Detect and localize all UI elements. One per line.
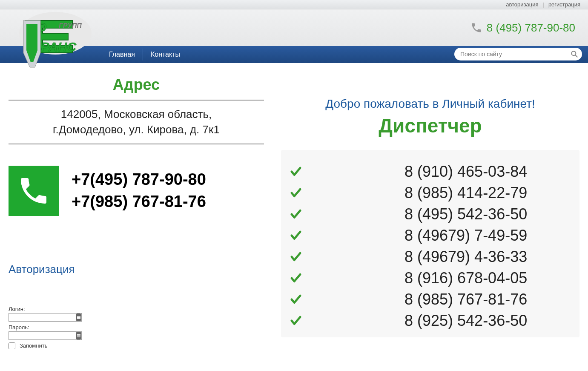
svg-text:ГРУПП: ГРУПП (59, 22, 82, 29)
check-icon (290, 249, 302, 265)
password-row: Пароль: (9, 324, 264, 340)
dispatcher-phone[interactable]: 8 (925) 542-36-50 (404, 312, 527, 330)
address-box: 142005, Московская область, г.Домодедово… (9, 100, 264, 144)
remember-label: Запомнить (20, 342, 47, 349)
check-icon (290, 292, 302, 307)
search-box (454, 48, 582, 60)
check-icon (290, 207, 302, 222)
svg-line-5 (576, 55, 577, 57)
login-input-wrap (9, 313, 82, 322)
nav-contacts[interactable]: Контакты (143, 49, 188, 60)
phone-block: +7(495) 787-90-80 +7(985) 767-81-76 (9, 166, 264, 216)
dispatcher-phone[interactable]: 8 (916) 678-04-05 (404, 269, 527, 287)
input-suggest-icon[interactable] (76, 332, 81, 339)
logo[interactable]: КО ГРУПП РАНС (9, 8, 94, 78)
dispatcher-phone[interactable]: 8 (495) 542-36-50 (404, 205, 527, 223)
address-line-1: 142005, Московская область, (13, 106, 260, 122)
svg-text:РАНС: РАНС (41, 40, 77, 54)
login-link[interactable]: авторизация (506, 1, 538, 8)
welcome-text: Добро пожаловать в Личный кабинет! (281, 97, 579, 111)
separator: | (542, 1, 544, 8)
dispatcher-phone[interactable]: 8 (49679) 7-49-59 (404, 227, 527, 244)
check-icon (290, 270, 302, 286)
svg-rect-9 (77, 334, 80, 335)
login-label: Логин: (9, 306, 264, 312)
remember-row: Запомнить (9, 342, 264, 349)
dispatcher-row: 8 (916) 678-04-05 (290, 269, 562, 287)
dispatcher-row: 8 (985) 767-81-76 (290, 290, 562, 308)
search-icon[interactable] (570, 50, 579, 58)
remember-checkbox[interactable] (9, 342, 15, 349)
check-icon (290, 164, 302, 179)
header: КО ГРУПП РАНС 8 (495) 787-90-80 (0, 9, 588, 46)
left-column: Адрес 142005, Московская область, г.Домо… (9, 76, 264, 349)
phone-icon (470, 22, 482, 34)
dispatcher-phone[interactable]: 8 (49679) 4-36-33 (404, 248, 527, 266)
contact-phone-1[interactable]: +7(495) 787-90-80 (72, 169, 206, 190)
content: Адрес 142005, Московская область, г.Домо… (0, 63, 588, 358)
svg-rect-10 (77, 335, 80, 336)
contact-phones: +7(495) 787-90-80 +7(985) 767-81-76 (72, 169, 206, 213)
dispatcher-list: 8 (910) 465-03-84 8 (985) 414-22-79 8 (4… (281, 150, 579, 337)
check-icon (290, 228, 302, 243)
dispatcher-title: Диспетчер (281, 114, 579, 137)
dispatcher-row: 8 (49679) 4-36-33 (290, 248, 562, 266)
dispatcher-row: 8 (49679) 7-49-59 (290, 227, 562, 244)
phone-handset-icon (17, 174, 51, 208)
phone-icon-box (9, 166, 59, 216)
dispatcher-row: 8 (910) 465-03-84 (290, 163, 562, 181)
address-line-2: г.Домодедово, ул. Кирова, д. 7к1 (13, 122, 260, 137)
login-row: Логин: (9, 306, 264, 322)
dispatcher-phone[interactable]: 8 (985) 767-81-76 (404, 290, 527, 308)
svg-rect-7 (77, 317, 80, 318)
check-icon (290, 185, 302, 201)
right-column: Добро пожаловать в Личный кабинет! Диспе… (272, 76, 579, 349)
svg-rect-6 (77, 316, 80, 317)
auth-title: Авторизация (9, 263, 264, 276)
address-title: Адрес (9, 76, 264, 94)
register-link[interactable]: регистрация (548, 1, 580, 8)
svg-rect-11 (77, 336, 80, 337)
input-suggest-icon[interactable] (76, 313, 81, 321)
dispatcher-row: 8 (985) 414-22-79 (290, 184, 562, 202)
dispatcher-phone[interactable]: 8 (910) 465-03-84 (404, 163, 527, 181)
header-phone-number[interactable]: 8 (495) 787-90-80 (487, 21, 575, 35)
check-icon (290, 313, 302, 328)
search-input[interactable] (460, 51, 570, 58)
nav-home[interactable]: Главная (101, 49, 143, 60)
password-input[interactable] (9, 332, 76, 339)
contact-phone-2[interactable]: +7(985) 767-81-76 (72, 191, 206, 213)
password-label: Пароль: (9, 324, 264, 331)
dispatcher-phone[interactable]: 8 (985) 414-22-79 (404, 184, 527, 202)
svg-rect-8 (77, 318, 80, 319)
login-input[interactable] (9, 313, 76, 321)
dispatcher-row: 8 (495) 542-36-50 (290, 205, 562, 223)
dispatcher-row: 8 (925) 542-36-50 (290, 312, 562, 330)
header-phone: 8 (495) 787-90-80 (470, 21, 575, 35)
password-input-wrap (9, 331, 82, 340)
